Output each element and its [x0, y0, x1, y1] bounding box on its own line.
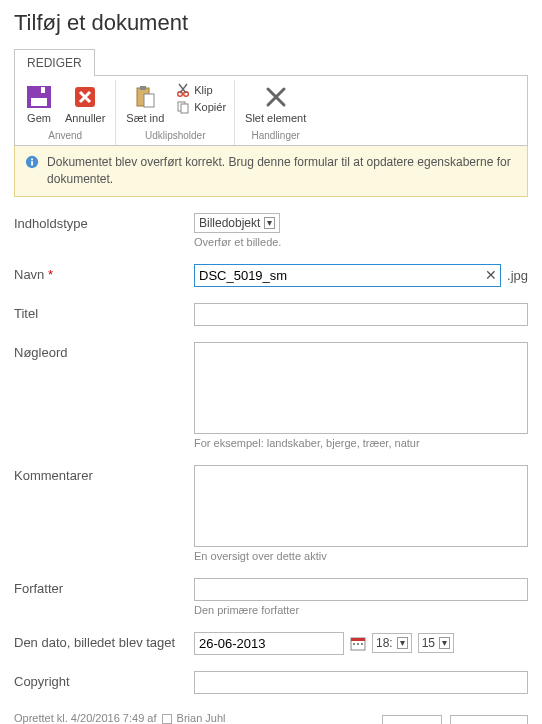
contenttype-select[interactable]: Billedobjekt ▾ — [194, 213, 280, 233]
group-label-apply: Anvend — [48, 130, 82, 143]
info-bar: Dokumentet blev overført korrekt. Brug d… — [14, 146, 528, 197]
row-author: Forfatter Den primære forfatter — [14, 578, 528, 616]
row-copyright: Copyright — [14, 671, 528, 694]
save-icon — [25, 84, 53, 110]
svg-rect-2 — [41, 87, 45, 93]
row-title: Titel — [14, 303, 528, 326]
delete-button[interactable]: Slet element — [241, 82, 310, 126]
copy-icon — [176, 100, 190, 114]
author-input[interactable] — [194, 578, 528, 601]
footer: Oprettet kl. 4/20/2016 7:49 af Brian Juh… — [14, 710, 528, 724]
file-extension: .jpg — [507, 268, 528, 283]
hour-value: 18: — [376, 636, 393, 650]
created-user: Brian Juhl — [177, 712, 226, 724]
minute-value: 15 — [422, 636, 435, 650]
meta-info: Oprettet kl. 4/20/2016 7:49 af Brian Juh… — [14, 710, 258, 724]
svg-rect-18 — [361, 643, 363, 645]
contenttype-value: Billedobjekt — [199, 216, 260, 230]
row-name: Navn * ✕ .jpg — [14, 264, 528, 287]
footer-cancel-button[interactable]: Annuller — [450, 715, 528, 724]
row-datetaken: Den dato, billedet blev taget 18: ▾ 15 ▾ — [14, 632, 528, 655]
label-title: Titel — [14, 303, 194, 321]
person-icon — [162, 714, 172, 724]
keywords-textarea[interactable] — [194, 342, 528, 434]
copy-label: Kopiér — [194, 101, 226, 113]
paste-icon — [132, 84, 158, 110]
cancel-icon — [72, 84, 98, 110]
created-text: Oprettet kl. 4/20/2016 7:49 af — [14, 712, 156, 724]
ribbon-group-actions: Slet element Handlinger — [235, 80, 316, 145]
svg-rect-6 — [144, 94, 154, 107]
name-input[interactable] — [194, 264, 501, 287]
label-name-text: Navn — [14, 267, 44, 282]
comments-textarea[interactable] — [194, 465, 528, 547]
page-title: Tilføj et dokument — [14, 10, 528, 36]
contenttype-helper: Overfør et billede. — [194, 236, 528, 248]
label-contenttype: Indholdstype — [14, 213, 194, 231]
clear-icon[interactable]: ✕ — [485, 267, 497, 283]
chevron-down-icon: ▾ — [439, 637, 450, 649]
label-comments: Kommentarer — [14, 465, 194, 483]
tab-row: REDIGER — [14, 48, 528, 75]
title-input[interactable] — [194, 303, 528, 326]
svg-rect-15 — [351, 638, 365, 641]
label-datetaken: Den dato, billedet blev taget — [14, 632, 194, 650]
save-button[interactable]: Gem — [21, 82, 57, 126]
label-author: Forfatter — [14, 578, 194, 596]
group-label-clipboard: Udklipsholder — [145, 130, 206, 143]
svg-rect-5 — [140, 86, 146, 90]
cancel-label: Annuller — [65, 112, 105, 124]
cut-button[interactable]: Klip — [174, 82, 228, 98]
paste-button[interactable]: Sæt ind — [122, 82, 168, 126]
info-icon — [25, 154, 39, 170]
paste-label: Sæt ind — [126, 112, 164, 124]
label-name: Navn * — [14, 264, 194, 282]
required-mark: * — [48, 267, 53, 282]
minute-select[interactable]: 15 ▾ — [418, 633, 454, 653]
row-keywords: Nøgleord For eksempel: landskaber, bjerg… — [14, 342, 528, 449]
cancel-button[interactable]: Annuller — [61, 82, 109, 126]
calendar-icon[interactable] — [350, 635, 366, 651]
label-keywords: Nøgleord — [14, 342, 194, 360]
author-helper: Den primære forfatter — [194, 604, 528, 616]
info-text: Dokumentet blev overført korrekt. Brug d… — [47, 154, 517, 188]
delete-icon — [263, 84, 289, 110]
group-label-actions: Handlinger — [251, 130, 299, 143]
svg-rect-10 — [181, 104, 188, 113]
ribbon: Gem Annuller Anvend Sæt ind Klip K — [14, 75, 528, 146]
chevron-down-icon: ▾ — [264, 217, 275, 229]
svg-rect-16 — [353, 643, 355, 645]
date-input[interactable] — [194, 632, 344, 655]
hour-select[interactable]: 18: ▾ — [372, 633, 412, 653]
svg-rect-12 — [31, 161, 33, 165]
footer-save-button[interactable]: Gem — [382, 715, 442, 724]
svg-rect-17 — [357, 643, 359, 645]
comments-helper: En oversigt over dette aktiv — [194, 550, 528, 562]
copyright-input[interactable] — [194, 671, 528, 694]
copy-button[interactable]: Kopiér — [174, 99, 228, 115]
row-contenttype: Indholdstype Billedobjekt ▾ Overfør et b… — [14, 213, 528, 248]
svg-rect-1 — [31, 98, 47, 106]
label-copyright: Copyright — [14, 671, 194, 689]
form: Indholdstype Billedobjekt ▾ Overfør et b… — [14, 213, 528, 694]
keywords-helper: For eksempel: landskaber, bjerge, træer,… — [194, 437, 528, 449]
cut-label: Klip — [194, 84, 212, 96]
ribbon-group-clipboard: Sæt ind Klip Kopiér Udklipsholder — [116, 80, 235, 145]
row-comments: Kommentarer En oversigt over dette aktiv — [14, 465, 528, 562]
scissors-icon — [176, 83, 190, 97]
ribbon-group-apply: Gem Annuller Anvend — [15, 80, 116, 145]
delete-label: Slet element — [245, 112, 306, 124]
tab-editor[interactable]: REDIGER — [14, 49, 95, 76]
svg-rect-13 — [31, 159, 33, 161]
save-label: Gem — [27, 112, 51, 124]
chevron-down-icon: ▾ — [397, 637, 408, 649]
